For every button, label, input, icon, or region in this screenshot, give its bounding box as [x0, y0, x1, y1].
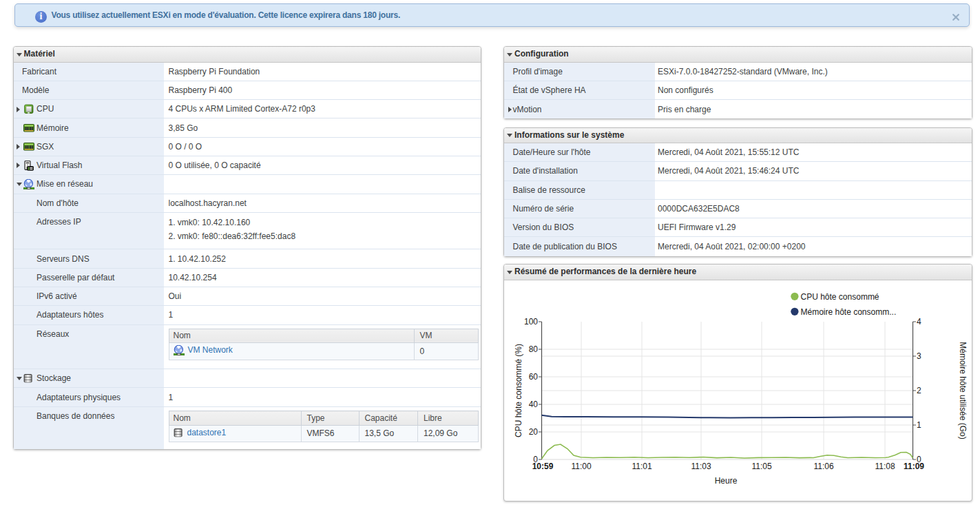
svg-text:11:06: 11:06	[813, 462, 833, 471]
svg-text:2: 2	[917, 386, 921, 395]
svg-text:Mémoire hôte utilisée (Go): Mémoire hôte utilisée (Go)	[958, 342, 968, 439]
svg-text:11:00: 11:00	[571, 462, 591, 471]
svg-text:Mémoire hôte consomm...: Mémoire hôte consomm...	[801, 307, 897, 317]
svg-text:1: 1	[917, 420, 921, 430]
svg-text:CPU hôte consommé (%): CPU hôte consommé (%)	[514, 344, 523, 437]
svg-text:3: 3	[917, 351, 921, 361]
svg-text:11:05: 11:05	[751, 462, 771, 471]
svg-text:11:08: 11:08	[875, 462, 895, 471]
svg-text:Heure: Heure	[715, 476, 738, 486]
svg-text:11:01: 11:01	[632, 462, 651, 471]
svg-text:100: 100	[524, 317, 538, 327]
svg-text:80: 80	[529, 344, 539, 354]
svg-text:CPU hôte consommé: CPU hôte consommé	[801, 292, 879, 302]
svg-text:10:59: 10:59	[532, 462, 554, 471]
svg-text:60: 60	[529, 372, 539, 382]
svg-text:11:09: 11:09	[904, 462, 924, 471]
svg-text:20: 20	[529, 427, 539, 437]
svg-text:11:03: 11:03	[691, 462, 711, 471]
svg-text:40: 40	[529, 400, 539, 409]
svg-text:4: 4	[917, 317, 921, 327]
